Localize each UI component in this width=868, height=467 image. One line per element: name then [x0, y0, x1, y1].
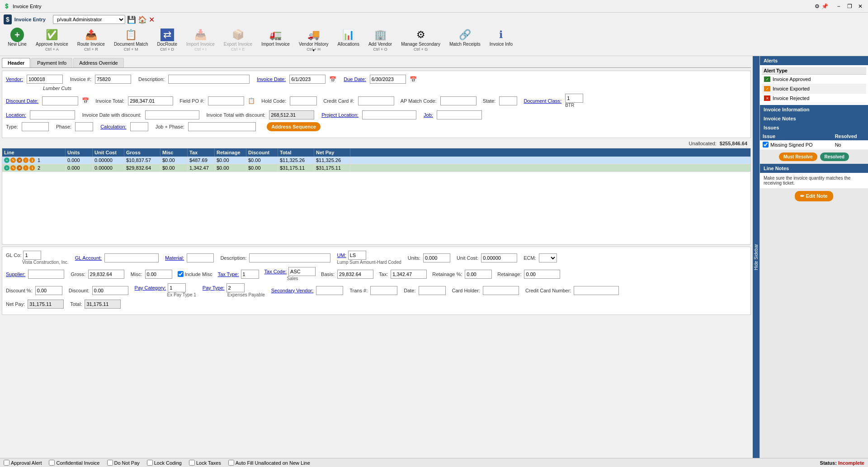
discount-input[interactable] [92, 286, 128, 295]
gross-input[interactable] [88, 270, 124, 279]
settings-icon[interactable]: ⚙ [815, 3, 820, 10]
units-input[interactable] [423, 253, 450, 262]
gl-account-label[interactable]: GL Account: [75, 255, 102, 261]
unit-cost-input[interactable] [481, 253, 517, 262]
due-date-label[interactable]: Due Date: [344, 76, 366, 82]
misc-input[interactable] [145, 270, 172, 279]
pay-type-input[interactable] [226, 283, 245, 292]
invoice-information-header[interactable]: Invoice Information [760, 105, 868, 114]
vendor-input[interactable] [27, 75, 63, 84]
grid-row[interactable]: + ✎ ✕ ! ℹ 1 0.000 0.00000 $10,837.57 $0.… [2, 157, 750, 164]
phase-input[interactable] [75, 122, 93, 131]
tax-type-label[interactable]: Tax Type: [218, 272, 239, 277]
row2-flag-icon[interactable]: ! [23, 165, 28, 171]
invoice-info-button[interactable]: ℹ Invoice Info [486, 26, 517, 49]
date-input[interactable] [419, 286, 446, 295]
edit-note-button[interactable]: ✏ Edit Note [795, 191, 833, 201]
issues-header[interactable]: Issues [760, 123, 868, 132]
state-input[interactable] [499, 96, 517, 105]
calculation-label[interactable]: Calculation: [100, 124, 126, 129]
inv-total-discount-input[interactable] [269, 110, 314, 119]
route-invoice-button[interactable]: 📤 Route Invoice Ctrl + R [73, 26, 109, 54]
supplier-label[interactable]: Supplier: [6, 272, 25, 277]
pay-category-label[interactable]: Pay Category: [135, 285, 166, 291]
tab-payment-info[interactable]: Payment Info [31, 58, 72, 67]
import-invoice-button[interactable]: 🚛 Import Invoice [257, 26, 294, 49]
invoice-date-cal-button[interactable]: 📅 [329, 76, 336, 83]
approve-invoice-button[interactable]: ✅ Approve Invoice Ctrl + A [32, 26, 72, 54]
project-location-input[interactable] [362, 110, 416, 119]
detail-description-input[interactable] [249, 253, 330, 262]
user-dropdown[interactable]: p/vault Administrator [53, 15, 125, 24]
confidential-invoice-checkbox[interactable] [49, 460, 55, 466]
row1-edit-icon[interactable]: ✎ [10, 157, 16, 163]
card-holder-input[interactable] [483, 286, 519, 295]
add-vendor-button[interactable]: 🏢 Add Vendor Ctrl + O [364, 26, 396, 54]
tab-address-override[interactable]: Address Override [73, 58, 124, 67]
material-input[interactable] [187, 253, 214, 262]
project-location-label[interactable]: Project Location: [321, 112, 359, 118]
minimize-button[interactable]: − [835, 2, 843, 10]
restore-button[interactable]: ❐ [845, 2, 854, 10]
grid-row[interactable]: + ✎ ✕ ! ℹ 2 0.000 0.00000 $29,832.64 $0.… [2, 164, 750, 172]
description-input[interactable] [168, 75, 250, 84]
tax-input[interactable] [391, 270, 427, 279]
row2-edit-icon[interactable]: ✎ [10, 165, 16, 171]
include-misc-checkbox[interactable] [178, 271, 184, 277]
vendor-label[interactable]: Vendor: [6, 76, 23, 82]
row1-add-icon[interactable]: + [4, 157, 9, 163]
resolved-button[interactable]: Resolved [820, 152, 849, 161]
secondary-vendor-input[interactable] [316, 286, 343, 295]
inv-date-discount-input[interactable] [145, 110, 199, 119]
pay-type-label[interactable]: Pay Type: [203, 285, 225, 291]
field-po-input[interactable] [208, 96, 244, 105]
do-not-pay-checkbox[interactable] [107, 460, 113, 466]
docroute-button[interactable]: ⇄ DocRoute Ctrl + D [153, 26, 181, 54]
must-resolve-button[interactable]: Must Resolve [779, 152, 817, 161]
trans-input[interactable] [370, 286, 397, 295]
retainage-input[interactable] [524, 270, 560, 279]
tax-code-input[interactable] [288, 267, 316, 276]
row1-delete-icon[interactable]: ✕ [17, 157, 22, 163]
invoice-notes-header[interactable]: Invoice Notes [760, 114, 868, 123]
um-label[interactable]: UM: [337, 253, 346, 258]
um-input[interactable] [348, 251, 366, 260]
row2-info-icon[interactable]: ℹ [29, 165, 35, 171]
pin-icon[interactable]: 📌 [821, 3, 828, 10]
row2-add-icon[interactable]: + [4, 165, 9, 171]
net-pay-input[interactable] [28, 300, 64, 309]
auto-fill-checkbox[interactable] [228, 460, 234, 466]
document-class-label[interactable]: Document Class: [524, 98, 561, 104]
hold-code-input[interactable] [290, 96, 317, 105]
job-label[interactable]: Job: [424, 112, 433, 118]
discount-pct-input[interactable] [35, 286, 62, 295]
address-sequence-button[interactable]: Address Sequence [267, 122, 321, 131]
gl-co-input[interactable] [23, 251, 41, 260]
ap-match-code-input[interactable] [440, 96, 476, 105]
invoice-date-label[interactable]: Invoice Date: [257, 76, 286, 82]
new-line-button[interactable]: + New Line [4, 26, 31, 49]
pay-category-input[interactable] [168, 283, 186, 292]
calculation-input[interactable] [130, 122, 148, 131]
retainage-pct-input[interactable] [465, 270, 492, 279]
save-button[interactable]: 💾 [127, 15, 136, 24]
discount-date-input[interactable] [42, 96, 78, 105]
row1-flag-icon[interactable]: ! [23, 157, 28, 163]
ecm-select[interactable] [539, 253, 557, 262]
tab-header[interactable]: Header [2, 58, 30, 67]
home-button[interactable]: 🏠 [138, 15, 147, 24]
discount-date-label[interactable]: Discount Date: [6, 98, 38, 104]
due-date-input[interactable] [370, 75, 406, 84]
field-po-icon[interactable]: 📋 [248, 97, 255, 104]
job-input[interactable] [437, 110, 482, 119]
lock-coding-checkbox[interactable] [147, 460, 153, 466]
type-input[interactable] [22, 122, 49, 131]
discount-date-cal-button[interactable]: 📅 [82, 97, 89, 104]
approval-alert-checkbox[interactable] [4, 460, 9, 466]
total-input[interactable] [85, 300, 121, 309]
secondary-vendor-label[interactable]: Secondary Vendor: [271, 288, 314, 293]
invoice-num-input[interactable] [95, 75, 131, 84]
tax-code-label[interactable]: Tax Code: [264, 269, 287, 274]
hide-sidebar-button[interactable]: Hide Sidebar [753, 56, 760, 458]
material-label[interactable]: Material: [165, 255, 184, 261]
